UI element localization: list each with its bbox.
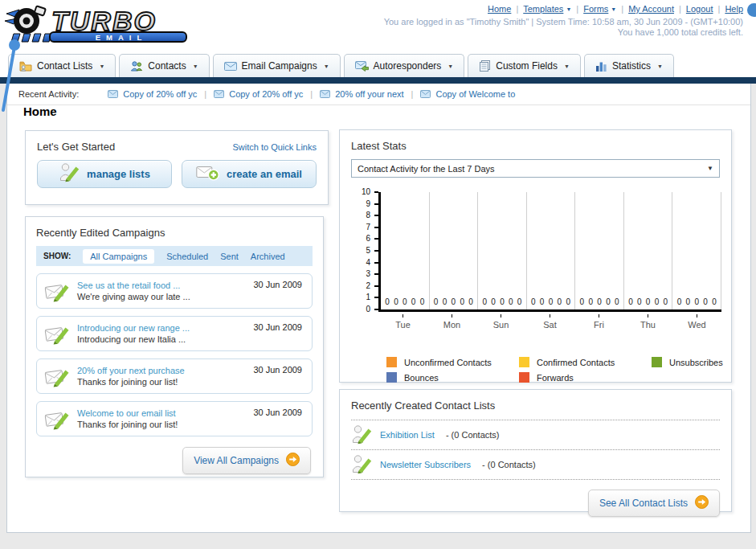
contact-list-count: - (0 Contacts) <box>446 430 500 440</box>
value-label: 0 <box>434 297 439 306</box>
contact-list-items: Exhibition List- (0 Contacts)Newsletter … <box>351 420 720 480</box>
value-label: 0 <box>468 297 473 306</box>
filter-tab-all-campaigns[interactable]: All Campaigns <box>83 249 154 264</box>
campaign-title-link[interactable]: Welcome to our email list <box>77 408 178 419</box>
value-label: 0 <box>385 297 390 306</box>
filter-tab-scheduled[interactable]: Scheduled <box>166 252 208 261</box>
recent-activity-item[interactable]: 20% off your next <box>320 89 403 99</box>
help-bubble-icon[interactable] <box>747 3 756 17</box>
top-links: Home|Templates▼|Forms▼|My Account|Logout… <box>384 4 743 14</box>
filter-tab-archived[interactable]: Archived <box>251 252 285 261</box>
value-label: 0 <box>443 297 447 306</box>
envelope-plus-icon <box>196 165 219 183</box>
manage-lists-label: manage lists <box>87 168 150 180</box>
tab-label: Autoresponders <box>374 60 442 72</box>
campaign-date: 30 Jun 2009 <box>253 322 302 332</box>
tab-contacts[interactable]: Contacts▼ <box>119 54 209 77</box>
recent-activity-item[interactable]: Copy of 20% off yc <box>214 89 303 99</box>
envelope-pencil-icon <box>44 323 70 345</box>
value-label: 0 <box>531 297 536 306</box>
view-all-campaigns-label: View All Campaigns <box>194 455 279 466</box>
contact-list-link[interactable]: Exhibition List <box>380 430 435 440</box>
turbo-email-logo[interactable]: EMAIL TURBO <box>5 2 191 46</box>
x-axis-tick <box>550 314 550 318</box>
top-link-forms[interactable]: Forms <box>583 4 608 14</box>
see-all-contact-lists-button[interactable]: See All Contact Lists <box>588 490 720 517</box>
y-axis-label: 2 <box>351 281 370 291</box>
legend-swatch <box>386 372 397 383</box>
recent-activity-item[interactable]: Copy of Welcome to <box>420 89 515 99</box>
recent-activity-item-label: Copy of Welcome to <box>435 89 515 99</box>
legend-swatch <box>386 357 397 367</box>
chevron-down-icon: ▼ <box>99 64 104 69</box>
stats-range-dropdown[interactable]: Contact Activity for the Last 7 Days ▼ <box>351 159 720 178</box>
recent-activity-label: Recent Activity: <box>18 89 79 99</box>
value-label: 0 <box>615 297 619 306</box>
tab-custom-fields[interactable]: Custom Fields▼ <box>468 54 581 77</box>
chart-group-tue: 00000 <box>381 192 430 309</box>
legend-item-forwards: Forwards <box>519 372 652 383</box>
value-label: 0 <box>452 297 456 306</box>
navy-divider-bar <box>0 77 756 84</box>
value-label: 0 <box>566 297 570 306</box>
show-label: SHOW: <box>43 252 71 260</box>
contact-list-row: Newsletter Subscribers- (0 Contacts) <box>351 450 720 480</box>
legend-label: Unconfirmed Contacts <box>404 358 492 367</box>
main-nav: Contact Lists▼Contacts▼Email Campaigns▼A… <box>8 54 674 77</box>
filter-tab-sent[interactable]: Sent <box>220 252 239 261</box>
top-link-templates[interactable]: Templates <box>523 4 563 14</box>
recent-activity-item-label: 20% off your next <box>335 89 403 99</box>
recent-activity-items: Copy of 20% off yc|Copy of 20% off yc|20… <box>108 89 515 99</box>
x-axis-cell: Tue <box>378 314 427 330</box>
person-pencil-icon <box>59 162 80 183</box>
contact-lists-title: Recently Created Contact Lists <box>351 399 720 412</box>
value-label: 0 <box>558 297 562 306</box>
recent-activity-item-label: Copy of 20% off yc <box>123 89 197 99</box>
tab-statistics[interactable]: Statistics▼ <box>584 54 674 77</box>
tab-email-campaigns[interactable]: Email Campaigns▼ <box>213 54 341 77</box>
value-label: 0 <box>664 297 668 306</box>
tab-autoresponders[interactable]: Autoresponders▼ <box>344 54 465 77</box>
campaign-title-link[interactable]: See us at the retail food ... <box>77 280 190 291</box>
y-axis-label: 10 <box>351 187 370 197</box>
chart-group-sat: 00000 <box>527 192 576 309</box>
tab-contact-lists[interactable]: Contact Lists▼ <box>8 54 116 77</box>
top-link-my-account[interactable]: My Account <box>628 4 674 14</box>
value-label: 0 <box>694 297 699 306</box>
value-label: 0 <box>597 297 602 306</box>
campaign-list: See us at the retail food ...We're givin… <box>36 273 313 436</box>
credits-status: You have 1,000 total credits left. <box>384 27 743 37</box>
contact-list-link[interactable]: Newsletter Subscribers <box>380 460 471 469</box>
campaign-title-link[interactable]: 20% off your next purchase <box>77 365 185 376</box>
top-link-logout[interactable]: Logout <box>686 4 713 14</box>
campaign-row: See us at the retail food ...We're givin… <box>36 273 313 309</box>
value-label: 0 <box>686 297 691 306</box>
view-all-campaigns-button[interactable]: View All Campaigns <box>182 447 311 474</box>
x-axis-cell: Sat <box>525 314 574 330</box>
value-label: 0 <box>628 297 633 306</box>
legend-item-confirmed-contacts: Confirmed Contacts <box>519 357 652 367</box>
chevron-down-icon: ▼ <box>611 6 616 12</box>
campaign-date: 30 Jun 2009 <box>253 280 302 289</box>
create-email-button[interactable]: create an email <box>182 160 317 188</box>
recent-activity-item[interactable]: Copy of 20% off yc <box>108 89 197 99</box>
manage-lists-button[interactable]: manage lists <box>37 160 172 188</box>
legend-swatch <box>652 357 662 367</box>
person-pencil-icon <box>59 162 80 186</box>
campaigns-title: Recently Edited Campaigns <box>36 227 313 239</box>
switch-quick-links[interactable]: Switch to Quick Links <box>232 142 317 152</box>
tab-label: Statistics <box>612 60 651 72</box>
campaign-row: 20% off your next purchaseThanks for joi… <box>36 358 313 394</box>
page-title: Home <box>23 104 57 118</box>
value-label: 0 <box>482 297 487 306</box>
campaign-title-link[interactable]: Introducing our new range ... <box>77 322 190 334</box>
chevron-down-icon: ▼ <box>193 64 198 69</box>
value-label: 0 <box>460 297 464 306</box>
contact-activity-chart: 012345678910 000000000000000000000000000… <box>351 192 720 346</box>
value-label: 0 <box>655 297 660 306</box>
top-link-help[interactable]: Help <box>725 4 743 14</box>
top-link-home[interactable]: Home <box>488 4 511 14</box>
contact-lists-panel: Recently Created Contact Lists Exhibitio… <box>339 389 732 512</box>
value-label: 0 <box>394 297 398 306</box>
campaign-date: 30 Jun 2009 <box>253 365 302 375</box>
